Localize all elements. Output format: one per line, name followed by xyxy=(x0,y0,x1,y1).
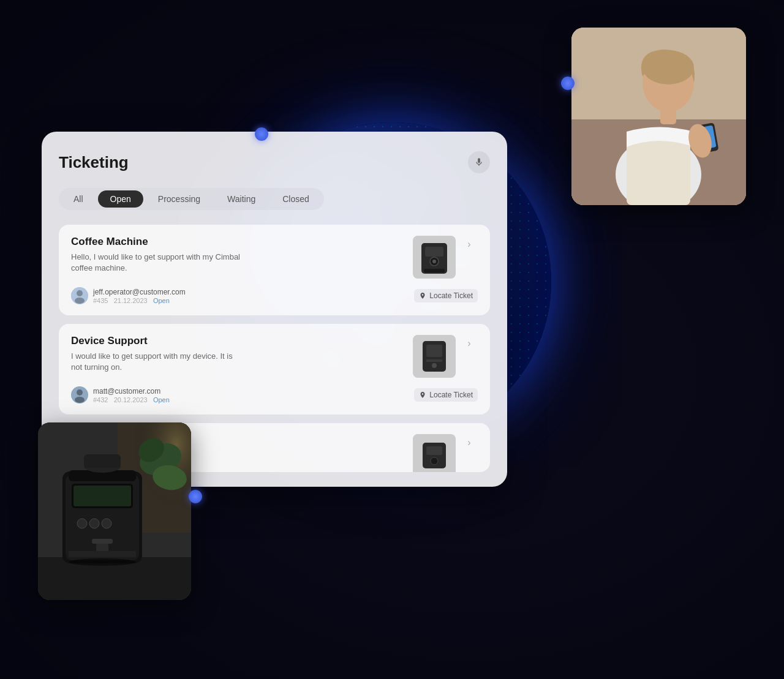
avatar xyxy=(71,386,88,403)
ticket-title: Coffee Machine xyxy=(71,236,403,248)
svg-rect-24 xyxy=(660,107,676,124)
ticket-bottom: matt@customer.com #432 20.12.2023 Open L… xyxy=(71,386,478,403)
ticket-details: #432 20.12.2023 Open xyxy=(93,396,170,403)
ticket-image xyxy=(413,236,456,279)
svg-rect-4 xyxy=(424,269,445,272)
tab-processing[interactable]: Processing xyxy=(146,190,213,208)
connector-dot-right xyxy=(561,77,575,90)
svg-point-7 xyxy=(75,298,85,304)
svg-rect-39 xyxy=(84,454,121,468)
ticket-info: Coffee Machine Hello, I would like to ge… xyxy=(71,236,403,274)
ticket-chevron-icon: › xyxy=(461,434,478,451)
svg-rect-41 xyxy=(74,486,131,506)
ticket-card[interactable]: Coffee Machine Hello, I would like to ge… xyxy=(59,225,490,315)
tab-closed[interactable]: Closed xyxy=(270,190,322,208)
photo-top-right xyxy=(571,28,746,205)
svg-point-3 xyxy=(432,260,436,263)
mic-button[interactable] xyxy=(468,151,490,173)
svg-rect-46 xyxy=(96,544,108,552)
locate-ticket-label: Locate Ticket xyxy=(429,291,473,300)
ticket-date: 21.12.2023 xyxy=(114,297,148,304)
locate-ticket-label: Locate Ticket xyxy=(429,391,473,399)
tab-open[interactable]: Open xyxy=(98,190,143,208)
svg-point-6 xyxy=(77,290,83,296)
ticket-date: 20.12.2023 xyxy=(114,396,148,403)
filter-tabs: All Open Processing Waiting Closed xyxy=(59,188,324,210)
svg-point-14 xyxy=(75,397,85,403)
ticket-status: Open xyxy=(153,396,170,403)
svg-rect-16 xyxy=(426,446,442,455)
ticket-description: I would like to get support with my devi… xyxy=(71,351,243,373)
ticket-details: #435 21.12.2023 Open xyxy=(93,297,186,304)
svg-rect-9 xyxy=(426,345,442,357)
tab-waiting[interactable]: Waiting xyxy=(215,190,268,208)
svg-rect-47 xyxy=(69,551,136,557)
connector-dot-top xyxy=(255,127,268,141)
photo-inner xyxy=(571,28,746,205)
panel-header: Ticketing xyxy=(59,151,490,173)
svg-point-48 xyxy=(69,558,136,566)
connector-dot-bottom xyxy=(189,490,202,503)
svg-rect-1 xyxy=(425,247,443,257)
svg-rect-11 xyxy=(426,359,442,362)
svg-point-17 xyxy=(431,457,438,465)
avatar xyxy=(71,287,88,304)
photo-bottom-left xyxy=(38,422,191,600)
ticket-top: Coffee Machine Hello, I would like to ge… xyxy=(71,236,478,279)
ticket-user: jeff.operator@customer.com #435 21.12.20… xyxy=(71,287,186,304)
ticket-number: #432 xyxy=(93,396,108,403)
ticket-chevron-icon: › xyxy=(461,335,478,352)
ticket-meta: matt@customer.com #432 20.12.2023 Open xyxy=(93,387,170,403)
ticket-email: matt@customer.com xyxy=(93,387,170,396)
ticket-status: Open xyxy=(153,297,170,304)
page-title: Ticketing xyxy=(59,153,129,172)
svg-rect-21 xyxy=(627,138,690,205)
svg-point-10 xyxy=(432,363,437,368)
ticket-image xyxy=(413,434,456,472)
ticket-bottom: jeff.operator@customer.com #435 21.12.20… xyxy=(71,287,478,304)
ticket-image xyxy=(413,335,456,378)
svg-rect-45 xyxy=(92,539,113,544)
tab-all[interactable]: All xyxy=(61,190,96,208)
svg-point-42 xyxy=(77,519,87,528)
ticket-card[interactable]: Device Support I would like to get suppo… xyxy=(59,324,490,415)
photo-inner xyxy=(38,422,191,600)
ticket-top: Device Support I would like to get suppo… xyxy=(71,335,478,378)
locate-ticket-button[interactable]: Locate Ticket xyxy=(414,388,478,402)
ticket-email: jeff.operator@customer.com xyxy=(93,288,186,296)
ticket-info: Device Support I would like to get suppo… xyxy=(71,335,403,373)
svg-point-13 xyxy=(77,389,83,396)
ticket-description: Hello, I would like to get support with … xyxy=(71,252,243,274)
ticket-number: #435 xyxy=(93,297,108,304)
ticket-user: matt@customer.com #432 20.12.2023 Open xyxy=(71,386,170,403)
locate-ticket-button[interactable]: Locate Ticket xyxy=(414,289,478,302)
ticket-meta: jeff.operator@customer.com #435 21.12.20… xyxy=(93,288,186,304)
svg-point-43 xyxy=(89,519,99,528)
ticket-title: Device Support xyxy=(71,335,403,347)
svg-point-44 xyxy=(102,519,111,528)
ticket-chevron-icon: › xyxy=(461,236,478,253)
